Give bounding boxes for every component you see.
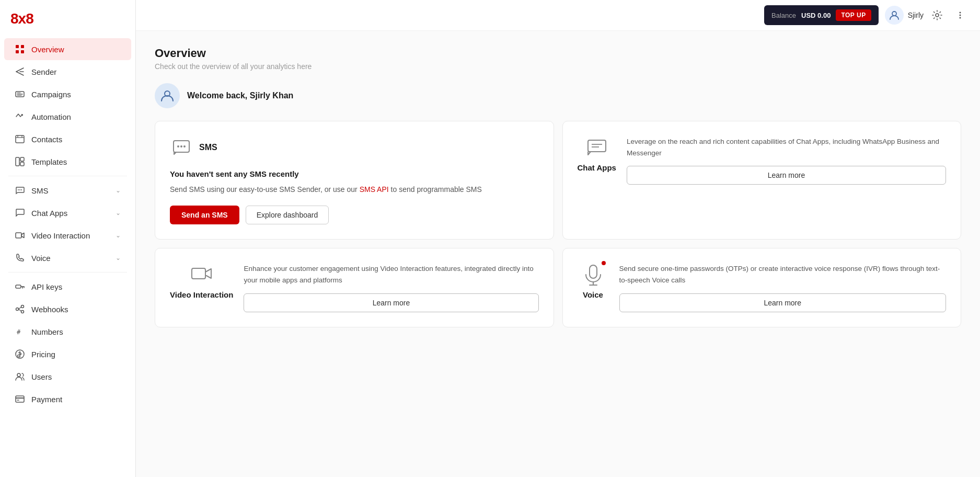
page-content: Overview Check out the overview of all y…	[136, 31, 980, 477]
sidebar-item-automation[interactable]: Automation	[4, 106, 131, 128]
svg-point-27	[21, 305, 24, 308]
sidebar-label-automation: Automation	[31, 112, 121, 121]
templates-icon	[15, 156, 25, 167]
divider-1	[8, 176, 127, 176]
sms-api-link[interactable]: SMS API	[360, 185, 389, 194]
sidebar-label-templates: Templates	[31, 157, 121, 166]
sidebar-label-numbers: Numbers	[31, 327, 121, 336]
video-icon	[15, 230, 25, 241]
video-chevron: ⌄	[116, 232, 121, 239]
sidebar-label-campaigns: Campaigns	[31, 90, 121, 99]
svg-rect-48	[588, 140, 606, 152]
svg-point-46	[180, 145, 182, 147]
voice-learn-more-button[interactable]: Learn more	[619, 293, 947, 312]
sidebar-label-chat-apps: Chat Apps	[31, 209, 109, 218]
chat-apps-icon-area: Chat Apps	[578, 136, 616, 172]
chat-apps-content: Chat Apps Leverage on the reach and rich…	[578, 136, 947, 185]
logo: 8x8	[0, 0, 135, 36]
sidebar-label-api-keys: API keys	[31, 282, 121, 291]
webhooks-icon	[15, 304, 25, 314]
page-subtitle: Check out the overview of all your analy…	[155, 62, 961, 71]
svg-line-29	[19, 307, 21, 309]
sms-card-header: SMS	[170, 136, 539, 159]
sidebar-item-users[interactable]: Users	[4, 366, 131, 388]
settings-button[interactable]	[928, 6, 947, 25]
video-title: Video Interaction	[170, 290, 233, 299]
svg-line-30	[19, 309, 21, 311]
voice-icon-area: Voice	[578, 263, 609, 299]
video-icon-area: Video Interaction	[170, 263, 233, 299]
sidebar-item-templates[interactable]: Templates	[4, 151, 131, 173]
svg-point-26	[16, 308, 19, 311]
sidebar-item-voice[interactable]: Voice ⌄	[4, 247, 131, 269]
more-options-button[interactable]	[951, 6, 970, 25]
sidebar-label-contacts: Contacts	[31, 135, 121, 144]
svg-rect-22	[16, 285, 21, 288]
voice-title: Voice	[583, 290, 603, 299]
svg-rect-3	[21, 50, 24, 53]
svg-line-4	[16, 68, 24, 72]
user-avatar[interactable]	[885, 6, 904, 25]
svg-point-45	[177, 145, 179, 147]
svg-point-41	[960, 15, 961, 16]
topbar: Balance USD 0.00 TOP UP Sjirly	[136, 0, 980, 31]
sms-card: SMS You haven't sent any SMS recently Se…	[155, 121, 554, 240]
chat-apps-learn-more-button[interactable]: Learn more	[627, 166, 946, 185]
voice-description: Send secure one-time passwords (OTPs) or…	[619, 263, 947, 286]
automation-icon	[15, 111, 25, 122]
sidebar-item-contacts[interactable]: Contacts	[4, 128, 131, 150]
sms-icon	[15, 185, 25, 196]
svg-point-39	[936, 14, 939, 17]
top-up-button[interactable]: TOP UP	[836, 9, 871, 21]
pricing-icon	[15, 349, 25, 359]
send-sms-button[interactable]: Send an SMS	[170, 206, 239, 224]
sidebar: 8x8 Overview Sender Campaigns	[0, 0, 136, 477]
sidebar-item-sms[interactable]: SMS ⌄	[4, 179, 131, 201]
chat-apps-description: Leverage on the reach and rich content c…	[627, 136, 946, 158]
svg-rect-1	[21, 45, 24, 48]
svg-point-47	[183, 145, 186, 147]
chat-apps-card: Chat Apps Leverage on the reach and rich…	[562, 121, 962, 240]
sms-chevron: ⌄	[116, 187, 121, 194]
sidebar-item-video-interaction[interactable]: Video Interaction ⌄	[4, 224, 131, 246]
sidebar-label-webhooks: Webhooks	[31, 305, 121, 314]
sidebar-label-sms: SMS	[31, 186, 109, 195]
payment-icon	[15, 394, 25, 404]
svg-rect-51	[192, 268, 205, 279]
svg-point-28	[21, 311, 24, 313]
sidebar-label-sender: Sender	[31, 67, 121, 76]
sidebar-item-webhooks[interactable]: Webhooks	[4, 298, 131, 320]
svg-rect-17	[20, 162, 24, 166]
svg-point-42	[960, 17, 961, 19]
sidebar-label-voice: Voice	[31, 254, 109, 263]
sms-empty-title: You haven't sent any SMS recently	[170, 169, 539, 178]
sidebar-item-sender[interactable]: Sender	[4, 61, 131, 83]
main-area: Balance USD 0.00 TOP UP Sjirly Overview …	[136, 0, 980, 477]
cards-grid: SMS You haven't sent any SMS recently Se…	[155, 121, 961, 327]
svg-rect-21	[16, 233, 21, 238]
users-icon	[15, 371, 25, 382]
explore-dashboard-button[interactable]: Explore dashboard	[246, 206, 329, 224]
sidebar-item-api-keys[interactable]: API keys	[4, 276, 131, 298]
sidebar-item-payment[interactable]: Payment	[4, 388, 131, 410]
voice-red-dot	[602, 261, 606, 265]
sidebar-item-numbers[interactable]: # Numbers	[4, 321, 131, 343]
voice-card: Voice Send secure one-time passwords (OT…	[562, 248, 962, 327]
svg-point-19	[19, 189, 20, 190]
user-name[interactable]: Sjirly	[908, 11, 924, 19]
svg-text:#: #	[17, 328, 21, 336]
svg-rect-2	[16, 50, 19, 53]
chat-apps-title: Chat Apps	[578, 163, 616, 172]
video-learn-more-button[interactable]: Learn more	[244, 293, 538, 312]
sidebar-item-overview[interactable]: Overview	[4, 38, 131, 60]
sidebar-item-pricing[interactable]: Pricing	[4, 343, 131, 365]
grid-icon	[15, 44, 25, 54]
sidebar-label-video: Video Interaction	[31, 231, 109, 240]
chat-icon	[15, 208, 25, 218]
sidebar-item-campaigns[interactable]: Campaigns	[4, 83, 131, 105]
balance-label: Balance	[771, 12, 796, 19]
sidebar-item-chat-apps[interactable]: Chat Apps ⌄	[4, 202, 131, 224]
svg-rect-15	[16, 157, 19, 166]
balance-amount: USD 0.00	[801, 12, 831, 19]
svg-rect-16	[20, 157, 24, 161]
